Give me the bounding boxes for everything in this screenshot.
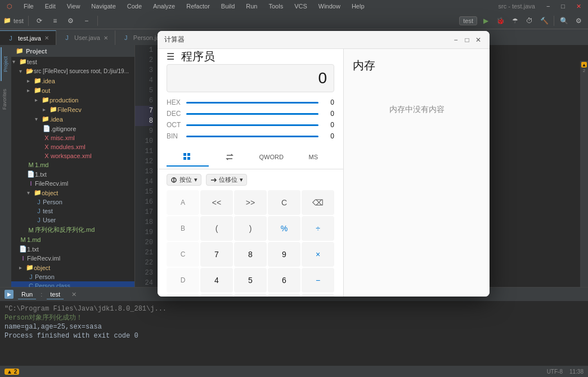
tree-item-sermd[interactable]: M 序列化和反序列化.md [11, 225, 134, 235]
menu-item-code[interactable]: Code [125, 2, 144, 11]
tree-item-object-2[interactable]: ▸ 📁 object [11, 263, 134, 272]
calc-option-bitwise[interactable]: 按位 ▾ [167, 174, 201, 186]
calc-btn-clear[interactable]: C [268, 190, 300, 215]
tree-item-idea[interactable]: ▸ 📁 .idea [11, 76, 134, 86]
tree-item-filercviml-2[interactable]: I FileRecv.iml [11, 254, 134, 263]
sync-btn[interactable]: ⟳ [33, 15, 46, 27]
menu-item-build[interactable]: Build [219, 2, 237, 11]
settings-btn[interactable]: ⚙ [65, 15, 77, 27]
calc-row-b[interactable]: B [167, 216, 199, 241]
calc-btn-6[interactable]: 6 [268, 268, 300, 293]
calc-btn-2[interactable]: 2 [234, 294, 267, 297]
tree-item-1md-2[interactable]: M 1.md [11, 235, 134, 244]
menu-item-vcs[interactable]: VCS [292, 2, 309, 11]
favorites-tab-btn[interactable]: Favorites [1, 82, 11, 116]
collapse-btn[interactable]: − [80, 15, 93, 27]
tree-item-1md[interactable]: M 1.md [11, 160, 134, 169]
tab-test-java[interactable]: J test.java ✕ [0, 30, 56, 45]
build-btn[interactable]: 🔨 [538, 15, 550, 27]
calc-mode-tab-grid[interactable] [167, 149, 209, 167]
calc-btn-rparen[interactable]: ) [234, 216, 267, 241]
menu-item-help[interactable]: Help [349, 2, 367, 11]
menu-item-tools[interactable]: Tools [266, 2, 285, 11]
project-tab-btn[interactable]: Project [1, 47, 11, 81]
calc-close-btn[interactable]: ✕ [474, 35, 483, 44]
menu-item-file[interactable]: File [21, 2, 36, 11]
calc-mode-tab-swap[interactable] [209, 149, 251, 167]
calc-row-e[interactable]: E [167, 294, 199, 297]
settings-gear-btn[interactable]: ⚙ [572, 15, 585, 27]
run-btn[interactable]: ▶ [479, 15, 492, 27]
calc-btn-1[interactable]: 1 [200, 294, 233, 297]
bottom-tab-run[interactable]: Run [18, 290, 36, 299]
menu-item-view[interactable]: View [65, 2, 83, 11]
maximize-btn[interactable]: □ [559, 2, 567, 11]
calc-btn-5[interactable]: 5 [234, 268, 267, 293]
calc-btn-7[interactable]: 7 [200, 242, 233, 267]
profile-btn[interactable]: ⏱ [523, 15, 536, 27]
tree-item-object[interactable]: ▾ 📁 object [11, 188, 134, 198]
tree-item-out[interactable]: ▸ 📁 out [11, 86, 134, 95]
tree-item-1txt-2[interactable]: 📄 1.txt [11, 244, 134, 254]
minimize-btn[interactable]: − [544, 2, 552, 11]
calc-minimize-btn[interactable]: − [451, 35, 460, 44]
tree-item-1txt[interactable]: 📄 1.txt [11, 169, 134, 179]
calc-option-shift[interactable]: 位移位 ▾ [206, 174, 247, 186]
tree-item-miscxml[interactable]: X misc.xml [11, 133, 134, 142]
calc-btn-percent[interactable]: % [268, 216, 300, 241]
calc-btn-lshift[interactable]: << [200, 190, 233, 215]
tree-item-filercviml[interactable]: I FileRecv.iml [11, 179, 134, 188]
calc-btn-8[interactable]: 8 [234, 242, 267, 267]
menu-item-navigate[interactable]: Navigate [89, 2, 118, 11]
calc-btn-9[interactable]: 9 [268, 242, 300, 267]
warning-indicator[interactable]: ▲ [581, 62, 587, 68]
bottom-tab-project[interactable]: test [47, 290, 64, 299]
menu-item-analyze[interactable]: Analyze [151, 2, 177, 11]
sort-btn[interactable]: ≡ [49, 15, 61, 27]
calc-row-d[interactable]: D [167, 268, 199, 293]
bottom-tab-close[interactable]: ✕ [68, 290, 80, 299]
calc-btn-minus[interactable]: − [302, 268, 334, 293]
coverage-btn[interactable]: ☂ [509, 15, 521, 27]
run-config[interactable]: test [459, 16, 477, 25]
calc-btn-rshift[interactable]: >> [234, 190, 267, 215]
tree-item-src[interactable]: ▾ 📂 src [FileRecv] sources root, D:/jiu/… [11, 66, 134, 76]
calc-mode-tab-qword[interactable]: QWORD [250, 149, 293, 167]
tab-close-btn-2[interactable]: ✕ [104, 35, 108, 41]
calc-btn-4[interactable]: 4 [200, 268, 233, 293]
filerecv-icon: 📁 [50, 106, 57, 113]
tree-item-person-java[interactable]: J Person [11, 198, 134, 207]
tree-item-workspacexml[interactable]: X workspace.xml [11, 151, 134, 160]
tree-item-user-java[interactable]: J User [11, 216, 134, 225]
calc-row-a[interactable]: A [167, 190, 199, 215]
menu-item-edit[interactable]: Edit [43, 2, 58, 11]
calc-mode-tab-ms[interactable]: MS [293, 149, 335, 167]
tree-item-test[interactable]: ▾ 📁 test [11, 57, 134, 66]
tab-close-btn[interactable]: ✕ [44, 35, 49, 41]
menu-item-window[interactable]: Window [316, 2, 343, 11]
tree-item-gitignore[interactable]: 📄 .gitignore [11, 124, 134, 133]
calc-btn-multiply[interactable]: × [302, 242, 334, 267]
tree-item-idea2[interactable]: ▾ 📁 .idea [11, 114, 134, 124]
tree-item-test-java[interactable]: J test [11, 207, 134, 216]
menu-item-refactor[interactable]: Refactor [184, 2, 212, 11]
line-num-15: 15 [135, 187, 153, 197]
calc-row-c[interactable]: C [167, 242, 199, 267]
calc-btn-3[interactable]: 3 [268, 294, 300, 297]
close-btn[interactable]: ✕ [574, 2, 583, 11]
debug-btn[interactable]: 🐞 [494, 15, 506, 27]
calc-maximize-btn[interactable]: □ [463, 35, 472, 44]
search-btn[interactable]: 🔍 [558, 15, 570, 27]
calc-btn-lparen[interactable]: ( [200, 216, 233, 241]
tab-user-java[interactable]: J User.java ✕ [56, 30, 115, 45]
tree-item-person-class[interactable]: C Person.class [11, 281, 134, 287]
tree-item-modulesxml[interactable]: X modules.xml [11, 142, 134, 151]
menu-item-run[interactable]: Run [244, 2, 259, 11]
calc-btn-plus[interactable]: + [302, 294, 334, 297]
tree-item-filerecv[interactable]: ▸ 📁 FileRecv [11, 105, 134, 114]
calc-btn-backspace[interactable]: ⌫ [302, 190, 334, 215]
tree-item-production[interactable]: ▸ 📁 production [11, 95, 134, 105]
hamburger-icon[interactable]: ☰ [167, 51, 174, 62]
calc-btn-divide[interactable]: ÷ [302, 216, 334, 241]
tree-item-person-2[interactable]: J Person [11, 272, 134, 281]
